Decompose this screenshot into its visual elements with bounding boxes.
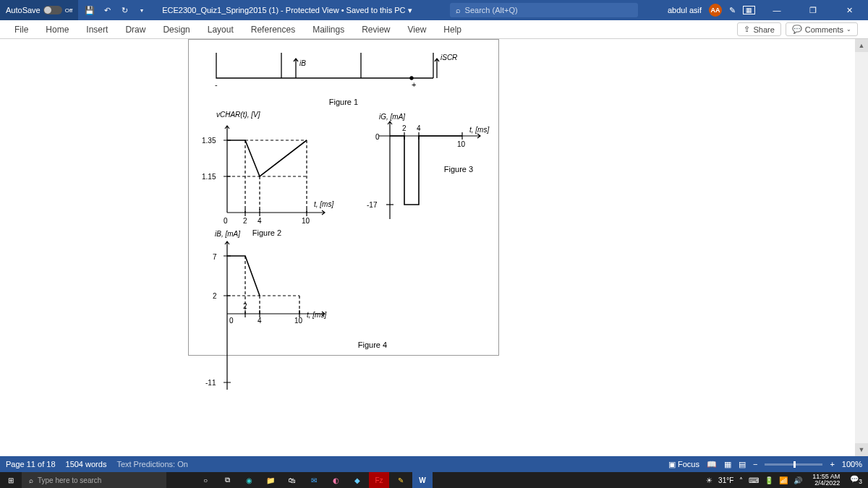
autosave-toggle[interactable] — [43, 6, 62, 14]
print-layout-icon[interactable]: ▦ — [724, 460, 731, 469]
word-count[interactable]: 1504 words — [66, 460, 107, 468]
system-tray: ☀ 31°F ˄ ⌨ 🔋 📶 🔊 11:55 AM 2/4/2022 💬3 — [700, 474, 868, 487]
qat-dropdown-icon[interactable]: ▾ — [136, 4, 148, 16]
zoom-slider[interactable] — [765, 463, 822, 466]
document-area: iB iSCR + - Figure 1 vCHAR(t), [V] — [0, 39, 855, 456]
minimize-button[interactable]: — — [762, 0, 791, 20]
vertical-scrollbar[interactable]: ▲ ▼ — [855, 39, 868, 456]
autosave-group: AutoSave Off — [0, 0, 78, 20]
svg-text:10: 10 — [457, 140, 466, 148]
autosave-state: Off — [65, 7, 73, 14]
svg-text:10: 10 — [302, 217, 310, 225]
redo-icon[interactable]: ↻ — [119, 4, 130, 16]
app-icon-2[interactable]: ◆ — [347, 472, 367, 488]
keyboard-icon[interactable]: ⌨ — [749, 476, 759, 484]
search-icon: ⌕ — [456, 6, 461, 14]
volume-icon[interactable]: 🔊 — [793, 476, 802, 484]
tab-insert[interactable]: Insert — [77, 20, 116, 38]
user-name: abdul asif — [668, 6, 702, 14]
qat: 💾 ↶ ↻ ▾ — [78, 4, 153, 16]
svg-text:iB: iB — [299, 59, 306, 67]
weather-temp[interactable]: 31°F — [718, 476, 733, 484]
svg-text:iG, [mA]: iG, [mA] — [379, 113, 405, 121]
explorer-icon[interactable]: 📁 — [260, 472, 281, 488]
search-box[interactable]: ⌕ — [450, 3, 638, 17]
cortana-icon[interactable]: ○ — [195, 472, 216, 488]
svg-text:t, [ms]: t, [ms] — [314, 200, 333, 208]
page-indicator[interactable]: Page 11 of 18 — [6, 460, 56, 468]
svg-text:0: 0 — [229, 317, 234, 325]
svg-text:t, [ms]: t, [ms] — [469, 126, 489, 134]
svg-text:7: 7 — [213, 253, 217, 261]
svg-text:2: 2 — [243, 302, 247, 310]
scroll-up-button[interactable]: ▲ — [855, 39, 868, 52]
tab-mailings[interactable]: Mailings — [304, 20, 353, 38]
tab-draw[interactable]: Draw — [116, 20, 154, 38]
close-button[interactable]: ✕ — [835, 0, 864, 20]
undo-icon[interactable]: ↶ — [101, 4, 113, 16]
status-right: ▣ Focus 📖 ▦ ▤ − + 100% — [668, 460, 862, 469]
svg-text:+: + — [412, 80, 416, 89]
clock[interactable]: 11:55 AM 2/4/2022 — [808, 474, 844, 487]
focus-button[interactable]: ▣ Focus — [668, 460, 699, 469]
svg-text:2: 2 — [243, 217, 247, 225]
comments-icon: 💬 — [792, 25, 802, 34]
search-icon: ⌕ — [29, 476, 33, 484]
taskbar-search-placeholder: Type here to search — [38, 476, 101, 484]
search-input[interactable] — [465, 6, 632, 14]
taskbar-search[interactable]: ⌕ Type here to search — [22, 472, 166, 488]
figure-4: iB, [mA] 7 2 -11 — [195, 230, 493, 349]
tab-references[interactable]: References — [242, 20, 304, 38]
figure-2: vCHAR(t), [V] — [195, 111, 339, 237]
mail-icon[interactable]: ✉ — [304, 472, 324, 488]
tab-layout[interactable]: Layout — [199, 20, 242, 38]
wifi-icon[interactable]: 📶 — [779, 476, 788, 484]
zoom-in-button[interactable]: + — [830, 460, 834, 468]
tab-home[interactable]: Home — [37, 20, 77, 38]
svg-text:10: 10 — [294, 317, 303, 325]
document-page: iB iSCR + - Figure 1 vCHAR(t), [V] — [188, 39, 499, 356]
save-icon[interactable]: 💾 — [84, 4, 95, 16]
zoom-out-button[interactable]: − — [753, 460, 757, 468]
svg-text:0: 0 — [224, 217, 228, 225]
start-button[interactable]: ⊞ — [0, 472, 22, 488]
figure-1-caption: Figure 1 — [195, 98, 493, 106]
store-icon[interactable]: 🛍 — [282, 472, 302, 488]
read-mode-icon[interactable]: 📖 — [707, 460, 717, 469]
tab-view[interactable]: View — [399, 20, 435, 38]
comments-button[interactable]: 💬Comments ⌄ — [786, 22, 858, 36]
svg-text:iSCR: iSCR — [441, 53, 457, 61]
app-icon-3[interactable]: ✎ — [391, 472, 411, 488]
ribbon-display-icon[interactable]: ▦ — [743, 6, 755, 14]
tab-file[interactable]: File — [6, 20, 37, 38]
share-comments-group: ⇪Share 💬Comments ⌄ — [737, 22, 862, 36]
user-avatar[interactable]: AA — [709, 4, 722, 17]
autosave-label: AutoSave — [6, 6, 41, 14]
tab-help[interactable]: Help — [435, 20, 470, 38]
figure-1: iB iSCR + - — [195, 46, 469, 96]
word-icon[interactable]: W — [412, 472, 433, 488]
svg-text:2: 2 — [213, 292, 217, 300]
taskbar: ⊞ ⌕ Type here to search ○ ⧉ ◉ 📁 🛍 ✉ ◐ ◆ … — [0, 472, 868, 488]
titlebar-right: abdul asif AA ✎ ▦ — ❐ ✕ — [668, 0, 868, 20]
restore-button[interactable]: ❐ — [799, 0, 827, 20]
zoom-level[interactable]: 100% — [842, 460, 862, 468]
tab-design[interactable]: Design — [154, 20, 198, 38]
battery-icon[interactable]: 🔋 — [765, 476, 773, 484]
weather-icon[interactable]: ☀ — [706, 476, 712, 484]
share-button[interactable]: ⇪Share — [737, 22, 780, 36]
pen-icon[interactable]: ✎ — [729, 6, 736, 15]
notifications-icon[interactable]: 💬3 — [850, 475, 862, 485]
app-icon-1[interactable]: ◐ — [326, 472, 346, 488]
svg-text:4: 4 — [417, 124, 421, 132]
filezilla-icon[interactable]: Fz — [369, 472, 389, 488]
web-layout-icon[interactable]: ▤ — [739, 460, 746, 469]
tab-review[interactable]: Review — [353, 20, 399, 38]
text-predictions[interactable]: Text Predictions: On — [116, 460, 187, 468]
tray-chevron-icon[interactable]: ˄ — [739, 476, 743, 484]
task-view-icon[interactable]: ⧉ — [217, 472, 237, 488]
scroll-down-button[interactable]: ▼ — [855, 443, 868, 456]
svg-text:2: 2 — [402, 124, 407, 132]
edge-icon[interactable]: ◉ — [239, 472, 259, 488]
svg-text:-: - — [215, 80, 218, 89]
